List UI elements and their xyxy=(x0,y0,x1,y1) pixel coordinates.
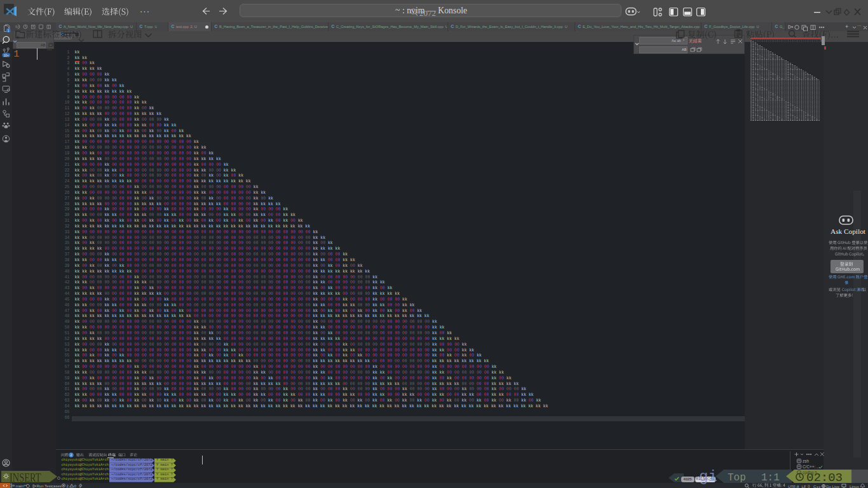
svg-text:1: 1 xyxy=(8,29,10,32)
svg-text:2: 2 xyxy=(70,453,72,457)
svg-text:10+: 10+ xyxy=(4,54,9,57)
